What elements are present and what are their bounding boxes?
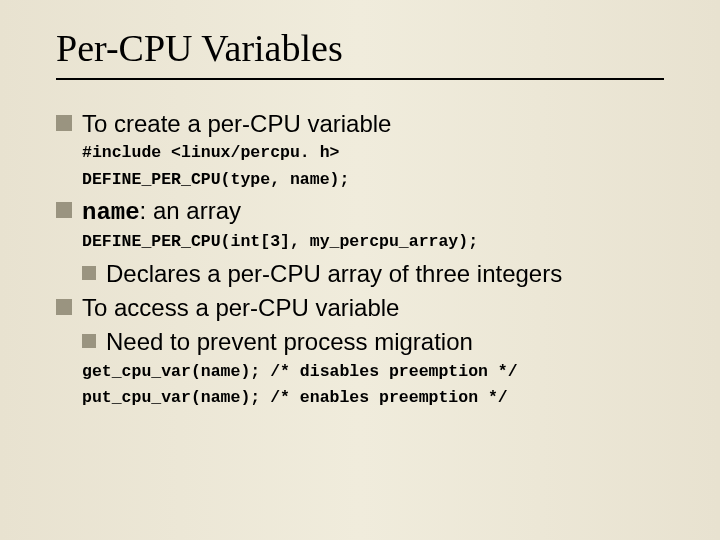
bullet-text: To create a per-CPU variable — [82, 108, 664, 140]
bullet-name-array: name: an array — [56, 195, 664, 229]
bullet-text: To access a per-CPU variable — [82, 292, 664, 324]
code-inline-name: name — [82, 199, 140, 226]
square-bullet-icon — [82, 266, 96, 280]
bullet-prevent-migration: Need to prevent process migration — [82, 326, 664, 358]
code-put-cpu-var: put_cpu_var(name); /* enables preemption… — [82, 387, 664, 409]
code-get-cpu-var: get_cpu_var(name); /* disables preemptio… — [82, 361, 664, 383]
slide-body: To create a per-CPU variable #include <l… — [56, 108, 664, 409]
code-define: DEFINE_PER_CPU(type, name); — [82, 169, 664, 191]
title-underline — [56, 78, 664, 80]
square-bullet-icon — [56, 202, 72, 218]
bullet-text: name: an array — [82, 195, 664, 229]
slide-title: Per-CPU Variables — [56, 26, 664, 70]
square-bullet-icon — [82, 334, 96, 348]
square-bullet-icon — [56, 299, 72, 315]
bullet-access: To access a per-CPU variable — [56, 292, 664, 324]
code-include: #include <linux/percpu. h> — [82, 142, 664, 164]
bullet-text: Need to prevent process migration — [106, 326, 664, 358]
bullet-text: Declares a per-CPU array of three intege… — [106, 258, 664, 290]
bullet-create: To create a per-CPU variable — [56, 108, 664, 140]
bullet-text-rest: : an array — [140, 197, 241, 224]
bullet-declares: Declares a per-CPU array of three intege… — [82, 258, 664, 290]
code-define-array: DEFINE_PER_CPU(int[3], my_percpu_array); — [82, 231, 664, 253]
square-bullet-icon — [56, 115, 72, 131]
